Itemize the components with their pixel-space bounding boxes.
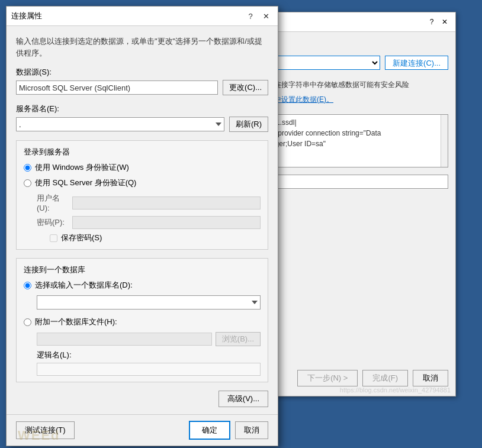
attach-db-radio-row: 附加一个数据库文件(H):	[24, 317, 261, 327]
username-label: 用户名(U):	[37, 193, 72, 212]
bg-help-button[interactable]: ?	[426, 16, 438, 28]
db-section-title: 连接到一个数据库	[24, 265, 261, 275]
username-input[interactable]	[72, 196, 261, 210]
bg-close-button[interactable]: ✕	[439, 16, 451, 28]
logical-label: 逻辑名(L):	[37, 350, 261, 360]
select-db-radio[interactable]	[24, 282, 31, 289]
attach-db-label: 附加一个数据库文件(H):	[35, 317, 117, 327]
save-pwd-label: 保存密码(S)	[61, 233, 102, 243]
ok-button[interactable]: 确定	[189, 421, 230, 440]
windows-auth-row: 使用 Windows 身份验证(W)	[24, 162, 261, 173]
sql-auth-radio[interactable]	[24, 179, 31, 187]
main-body: 输入信息以连接到选定的数据源，或单击"更改"选择另一个数据源和/或提供程序。 数…	[7, 26, 278, 407]
change-button[interactable]: 更改(C)...	[223, 80, 268, 95]
bg-cancel-button[interactable]: 取消	[413, 370, 448, 386]
sql-auth-fields: 用户名(U): 密码(P): 保存密码(S)	[37, 193, 261, 243]
bg-finish-button[interactable]: 完成(F)	[362, 370, 408, 386]
datasource-row: 更改(C)...	[16, 80, 268, 95]
logical-field	[37, 363, 261, 376]
save-password-checkbox[interactable]	[50, 234, 57, 242]
server-row: . 刷新(R)	[16, 117, 268, 132]
save-pwd-row: 保存密码(S)	[50, 233, 261, 243]
bg-new-connection-button[interactable]: 新建连接(C)...	[385, 56, 448, 70]
bg-next-button[interactable]: 下一步(N) >	[297, 370, 358, 386]
main-close-button[interactable]: ✕	[259, 10, 273, 22]
database-dropdown[interactable]	[37, 295, 261, 310]
sql-auth-row: 使用 SQL Server 身份验证(Q)	[24, 178, 261, 188]
db-select-row	[37, 295, 261, 310]
windows-auth-radio[interactable]	[24, 164, 31, 172]
server-label: 服务器名(E):	[16, 104, 268, 114]
attach-db-radio[interactable]	[24, 318, 31, 326]
db-file-input[interactable]	[37, 333, 212, 346]
main-dialog-title: 连接属性	[11, 11, 242, 21]
browse-button[interactable]: 浏览(B)...	[216, 332, 261, 346]
datasource-label: 数据源(S):	[16, 67, 268, 78]
password-input[interactable]	[72, 216, 261, 229]
cancel-button[interactable]: 取消	[235, 421, 268, 439]
bg-footer-buttons: 下一步(N) > 完成(F) 取消	[297, 370, 448, 386]
username-row: 用户名(U):	[37, 193, 261, 212]
logical-name-input[interactable]	[37, 363, 261, 376]
test-connection-button[interactable]: 测试连接(T)	[16, 421, 75, 439]
select-db-label: 选择或输入一个数据库名(D):	[35, 280, 133, 291]
password-row: 密码(P):	[37, 216, 261, 229]
db-section: 连接到一个数据库 选择或输入一个数据库名(D): 附加一个数据库文件(H): 浏…	[16, 258, 268, 382]
password-label: 密码(P):	[37, 217, 72, 228]
windows-auth-label: 使用 Windows 身份验证(W)	[35, 162, 129, 173]
advanced-row: 高级(V)...	[16, 391, 268, 407]
datasource-input[interactable]	[16, 80, 218, 95]
intro-text: 输入信息以连接到选定的数据源，或单击"更改"选择另一个数据源和/或提供程序。	[16, 36, 268, 59]
server-name-dropdown[interactable]: .	[16, 117, 224, 131]
login-section-title: 登录到服务器	[24, 147, 261, 157]
main-dialog: 连接属性 ? ✕ 输入信息以连接到选定的数据源，或单击"更改"选择另一个数据源和…	[6, 6, 278, 446]
sql-auth-label: 使用 SQL Server 身份验证(Q)	[35, 178, 136, 188]
main-titlebar: 连接属性 ? ✕	[7, 7, 278, 26]
bg-url-text: https://blog.csdn.net/weixin_42794881	[340, 386, 451, 394]
select-db-radio-row: 选择或输入一个数据库名(D):	[24, 280, 261, 291]
advanced-button[interactable]: 高级(V)...	[218, 391, 268, 407]
login-section: 登录到服务器 使用 Windows 身份验证(W) 使用 SQL Server …	[16, 140, 268, 250]
main-footer: 测试连接(T) 确定 取消	[7, 414, 278, 446]
main-help-button[interactable]: ?	[243, 10, 258, 22]
db-file-row: 浏览(B)...	[37, 332, 261, 346]
refresh-button[interactable]: 刷新(R)	[229, 117, 268, 132]
bg-scrollbar[interactable]	[441, 115, 448, 167]
